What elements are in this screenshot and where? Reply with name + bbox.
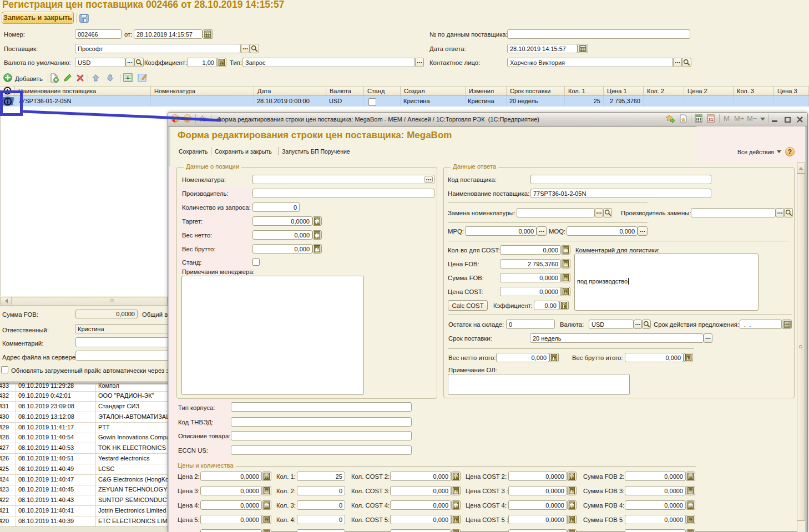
svg-text:31: 31 xyxy=(709,117,714,122)
